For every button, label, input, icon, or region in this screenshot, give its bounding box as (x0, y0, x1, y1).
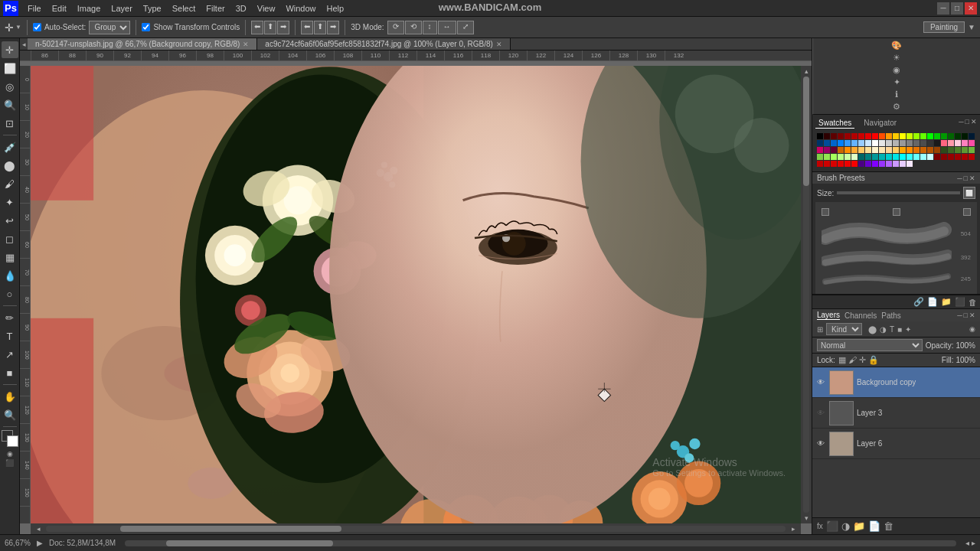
swatch-53[interactable] (865, 147, 871, 153)
3d-btn-2[interactable]: ⟲ (405, 21, 422, 34)
swatch-34[interactable] (893, 140, 899, 146)
swatch-49[interactable] (838, 147, 844, 153)
clone-stamp-tool[interactable]: ✦ (2, 194, 18, 210)
3d-btn-3[interactable]: ↕ (423, 21, 437, 34)
brush-option-3[interactable] (963, 208, 971, 216)
layers-collapse-icon[interactable]: ─ (957, 311, 962, 319)
align-left-button[interactable]: ⬅ (251, 21, 263, 34)
layers-expand-icon[interactable]: □ (964, 311, 968, 319)
channels-tab[interactable]: Channels (844, 311, 877, 320)
menu-3d[interactable]: 3D (231, 2, 251, 15)
swatch-4[interactable] (844, 133, 851, 139)
maximize-button[interactable]: □ (951, 2, 963, 15)
swatch-28[interactable] (851, 140, 858, 146)
panel-icon-adjust[interactable]: ☀ (893, 53, 900, 63)
menu-view[interactable]: View (253, 2, 280, 15)
filter-smart-icon[interactable]: ✦ (905, 325, 911, 334)
swatch-65[interactable] (948, 147, 954, 153)
swatch-72[interactable] (838, 154, 844, 160)
swatch-22[interactable] (969, 133, 975, 139)
swatch-50[interactable] (844, 147, 851, 153)
layer-kind-select[interactable]: Kind (826, 323, 862, 335)
layer-eye-layer6[interactable]: 👁 (815, 439, 826, 449)
hscroll-right[interactable]: ▸ (786, 525, 801, 533)
swatch-47[interactable] (824, 147, 830, 153)
filter-pixel-icon[interactable]: ⬤ (868, 325, 877, 334)
workspace-arrow[interactable]: ▼ (968, 23, 975, 31)
swatch-62[interactable] (927, 147, 933, 153)
panel-icon-swatches[interactable]: 🎨 (891, 41, 902, 51)
swatch-57[interactable] (893, 147, 899, 153)
lock-all-icon[interactable]: 🔒 (868, 355, 879, 365)
swatch-97[interactable] (851, 161, 858, 167)
panel-icon-style[interactable]: ✦ (893, 77, 900, 87)
bottom-scroll-thumb[interactable] (166, 540, 332, 546)
swatch-42[interactable] (948, 140, 954, 146)
swatch-83[interactable] (913, 154, 920, 160)
swatch-60[interactable] (913, 147, 920, 153)
vscroll-down[interactable]: ▾ (805, 513, 808, 523)
swatch-0[interactable] (817, 133, 823, 139)
align-center-button[interactable]: ⬆ (264, 21, 276, 34)
swatch-40[interactable] (934, 140, 940, 146)
swatch-63[interactable] (934, 147, 940, 153)
tabs-scroll-left[interactable]: ◂ (20, 38, 28, 50)
swatch-1[interactable] (824, 133, 830, 139)
swatch-81[interactable] (900, 154, 906, 160)
swatch-98[interactable] (858, 161, 864, 167)
filter-on-icon[interactable]: ◉ (969, 325, 975, 333)
swatch-41[interactable] (941, 140, 947, 146)
rectangular-marquee-tool[interactable]: ⬜ (2, 60, 18, 77)
swatch-38[interactable] (920, 140, 926, 146)
swatch-89[interactable] (955, 154, 961, 160)
swatch-77[interactable] (872, 154, 878, 160)
gradient-tool[interactable]: ▦ (2, 249, 18, 266)
swatch-61[interactable] (920, 147, 926, 153)
workspace-selector[interactable]: Painting (923, 21, 965, 33)
canvas-tab-2[interactable]: ac9c724cf6a6f06af95efc8581832f74.jpg @ 1… (257, 38, 511, 50)
swatch-74[interactable] (851, 154, 858, 160)
move-tool[interactable]: ✛ (2, 41, 18, 58)
shape-tool[interactable]: ■ (2, 364, 18, 381)
swatch-39[interactable] (927, 140, 933, 146)
layer-delete-icon[interactable]: 🗑 (969, 298, 977, 307)
filter-toggle[interactable]: ◉ (969, 325, 975, 333)
swatch-51[interactable] (851, 147, 858, 153)
swatch-93[interactable] (824, 161, 830, 167)
layer-group-icon[interactable]: 📁 (941, 297, 952, 307)
quick-mask-icon[interactable]: ◉ (7, 450, 13, 458)
hscroll-left[interactable]: ◂ (31, 525, 46, 533)
swatch-48[interactable] (831, 147, 837, 153)
3d-btn-4[interactable]: ↔ (438, 21, 456, 34)
swatch-37[interactable] (913, 140, 920, 146)
menu-type[interactable]: Type (139, 2, 166, 15)
swatch-30[interactable] (865, 140, 871, 146)
swatch-66[interactable] (955, 147, 961, 153)
canvas-tab-1[interactable]: n-502147-unsplash.jpg @ 66,7% (Backgroun… (28, 38, 257, 50)
screen-mode-icon[interactable]: ⬛ (5, 459, 14, 467)
filter-adjust-icon[interactable]: ◑ (880, 325, 887, 334)
blur-tool[interactable]: 💧 (2, 267, 18, 284)
auto-select-checkbox[interactable] (33, 23, 41, 31)
eyedropper-tool[interactable]: 💉 (2, 139, 18, 155)
layers-tab[interactable]: Layers (817, 311, 840, 320)
align-right-button[interactable]: ➡ (277, 21, 289, 34)
menu-edit[interactable]: Edit (47, 2, 71, 15)
swatch-27[interactable] (844, 140, 851, 146)
filter-type-icon[interactable]: T (890, 325, 894, 334)
swatch-19[interactable] (948, 133, 954, 139)
auto-select-dropdown[interactable]: Group (89, 21, 130, 34)
swatch-23[interactable] (817, 140, 823, 146)
swatch-85[interactable] (927, 154, 933, 160)
swatch-31[interactable] (872, 140, 878, 146)
swatch-90[interactable] (962, 154, 968, 160)
zoom-tool[interactable]: 🔍 (2, 406, 18, 423)
swatch-94[interactable] (831, 161, 837, 167)
swatch-3[interactable] (838, 133, 844, 139)
brush-close-icon[interactable]: ✕ (969, 174, 975, 182)
play-button[interactable]: ▶ (37, 539, 43, 547)
hscroll-thumb[interactable] (120, 526, 342, 532)
brush-option-2[interactable] (893, 208, 900, 216)
swatch-20[interactable] (955, 133, 961, 139)
swatch-100[interactable] (872, 161, 878, 167)
